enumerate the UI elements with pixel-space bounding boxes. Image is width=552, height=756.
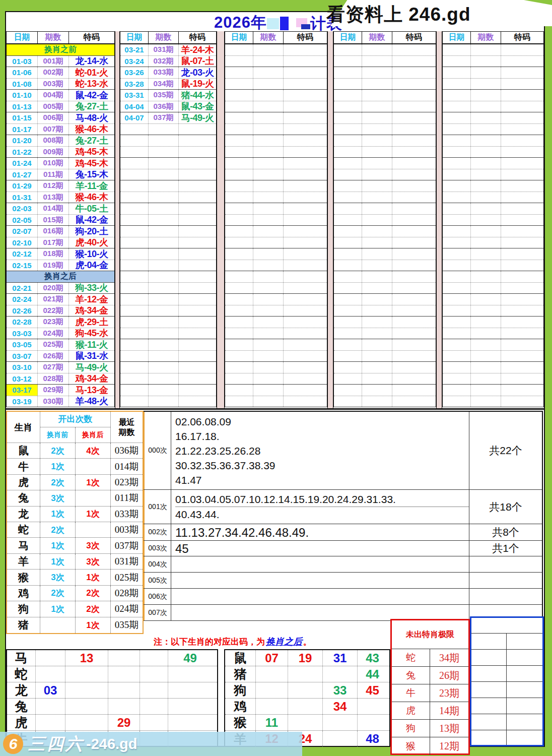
date-cell — [225, 158, 253, 169]
code-cell — [284, 396, 327, 407]
date-cell — [334, 351, 362, 362]
code-cell: 鸡-34-金 — [69, 305, 114, 317]
code-cell: 羊-12-金 — [69, 294, 114, 305]
code-cell — [284, 56, 327, 67]
code-cell — [284, 203, 327, 214]
period-cell — [471, 135, 501, 146]
table-row: 01-29 012期 羊-11-金 — [7, 180, 114, 192]
date-cell — [443, 56, 471, 67]
table-row — [225, 67, 327, 79]
code-cell — [392, 271, 436, 282]
code-cell — [179, 192, 216, 203]
code-cell — [501, 192, 543, 203]
bottom-zodiac: 蛇 — [7, 666, 36, 682]
period-cell — [362, 215, 392, 226]
code-cell — [501, 260, 543, 271]
table-row — [334, 169, 436, 181]
bottom-number-cell: 31 — [323, 650, 358, 666]
stats-zodiac: 兔 — [7, 490, 40, 506]
period-cell: 031期 — [149, 44, 179, 55]
bottom-number-cell — [256, 682, 288, 698]
table-row — [334, 271, 436, 283]
date-cell — [120, 260, 149, 271]
table-row — [225, 328, 327, 340]
group-separator — [327, 31, 333, 408]
code-cell — [179, 385, 216, 396]
code-cell — [501, 135, 543, 146]
date-cell: 02-12 — [7, 248, 38, 260]
period-cell — [149, 147, 179, 158]
period-cell — [253, 192, 284, 203]
frequency-numbers: 11.13.27.34.42.46.48.49. — [175, 525, 469, 540]
frequency-label: 007次 — [144, 605, 171, 620]
date-cell — [334, 44, 362, 55]
code-header: 特码 — [284, 32, 327, 43]
code-cell — [501, 56, 543, 67]
table-row: 02-10 017期 虎-40-火 — [7, 237, 114, 249]
period-cell — [471, 226, 501, 237]
result-group-2: 日期 期数 特码 03-21 031期 羊-24-木 03-24 032期 鼠-… — [120, 31, 217, 407]
table-row — [334, 248, 436, 260]
period-cell — [362, 180, 392, 192]
result-group-1: 日期 期数 特码 换肖之前 01-03 001期 龙-14-水 01-06 00… — [6, 31, 115, 407]
table-row — [120, 215, 216, 226]
date-cell: 01-24 — [7, 158, 38, 169]
date-cell — [334, 328, 362, 339]
code-cell — [392, 124, 436, 135]
period-cell — [471, 362, 501, 373]
table-row — [334, 90, 436, 101]
code-cell — [501, 169, 543, 180]
stats-row: 虎 2次 1次 023期 — [7, 475, 143, 490]
period-cell — [471, 351, 501, 362]
table-row — [225, 90, 327, 101]
code-cell — [179, 124, 216, 135]
code-cell — [284, 385, 327, 396]
code-cell — [392, 203, 436, 214]
code-cell: 蛇-13-水 — [69, 79, 114, 90]
stats-before-count — [40, 617, 76, 633]
code-cell — [179, 373, 216, 385]
stats-row: 牛 1次 014期 — [7, 459, 143, 474]
table-row: 01-20 008期 兔-27-土 — [7, 135, 114, 147]
period-cell — [253, 396, 284, 407]
date-cell — [120, 271, 149, 282]
code-cell — [284, 339, 327, 350]
limit-periods: 23期 — [430, 684, 468, 702]
stats-zodiac: 鼠 — [7, 443, 40, 458]
table-row — [120, 180, 216, 192]
table-row: 03-31 035期 猪-44-水 — [120, 90, 216, 101]
table-row — [225, 294, 327, 305]
stats-zodiac: 蛇 — [7, 522, 40, 537]
date-cell — [225, 328, 253, 339]
table-row — [120, 124, 216, 136]
frequency-row: 001次 01.03.04.05.07.10.12.14.15.19.20.24… — [144, 490, 542, 524]
table-row — [120, 362, 216, 373]
stats-after-count: 2次 — [76, 601, 111, 616]
code-cell: 马-49-火 — [69, 362, 114, 373]
frequency-content: 01.03.04.05.07.10.12.14.15.19.20.24.29.3… — [171, 490, 469, 524]
period-cell: 009期 — [38, 147, 69, 158]
period-cell: 003期 — [38, 79, 69, 90]
period-cell: 033期 — [149, 67, 179, 78]
bottom-row: 龙03 — [7, 682, 217, 699]
frequency-row: 003次 45 共1个 — [144, 541, 542, 556]
code-cell — [179, 260, 216, 271]
table-row: 01-27 011期 兔-15-木 — [7, 169, 114, 181]
period-cell: 030期 — [38, 396, 69, 407]
table-row — [443, 226, 543, 237]
stats-after-count: 2次 — [76, 586, 111, 601]
banner-before: 换肖之前 — [7, 44, 114, 56]
group-header: 日期 期数 特码 — [225, 31, 327, 44]
period-cell — [362, 192, 392, 203]
stats-header-count: 开出次数 — [40, 412, 110, 427]
code-cell — [501, 67, 543, 78]
date-cell — [225, 124, 253, 135]
stats-before-count: 1次 — [40, 538, 76, 553]
code-cell — [501, 317, 543, 328]
period-cell: 013期 — [38, 192, 69, 203]
table-row — [225, 260, 327, 272]
table-row — [225, 158, 327, 169]
date-cell: 03-19 — [7, 396, 38, 407]
period-cell — [253, 226, 284, 237]
bottom-number-cell — [140, 666, 168, 682]
